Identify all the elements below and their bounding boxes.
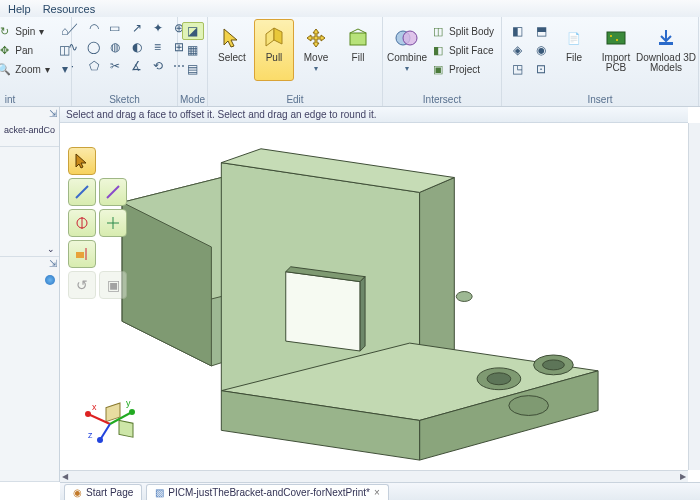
ribbon-group-edit: Select Pull Move Fill Edit: [208, 17, 383, 106]
tab-start-page[interactable]: ◉ Start Page: [64, 484, 142, 500]
select-button[interactable]: Select: [212, 19, 252, 81]
group-label-sketch: Sketch: [109, 92, 140, 106]
close-icon[interactable]: ×: [374, 487, 380, 498]
pull-button[interactable]: Pull: [254, 19, 294, 81]
split-face-icon: ◧: [431, 43, 445, 57]
vp-select-button[interactable]: [68, 147, 96, 175]
vp-upto-button[interactable]: [68, 240, 96, 268]
move-icon: [302, 24, 330, 52]
ins-d[interactable]: ⬒: [530, 22, 552, 40]
split-body-button[interactable]: ◫Split Body: [429, 22, 497, 40]
file-button[interactable]: 📄File: [554, 19, 594, 81]
ribbon-group-sketch: ／ ◠ ▭ ∿ ◯ ◍ · ⬠ ✂ ↗ ✦ ⊕ ◐ ≡ ⊞ ∡ ⟲ ⋯: [72, 17, 178, 106]
hint-bar: Select and drag a face to offset it. Sel…: [60, 107, 688, 123]
ribbon: ↻Spin ▾ ✥Pan 🔍Zoom ▾ ⌂ ◫ ▾ Orient int ／ …: [0, 17, 700, 107]
download-models-button[interactable]: Download 3D Models: [638, 19, 694, 81]
file-icon: 📄: [560, 24, 588, 52]
viewport-toolbox: ↺ ▣: [68, 147, 127, 299]
tree-item[interactable]: acket-andCo: [4, 125, 55, 135]
pan-button[interactable]: ✥Pan: [0, 41, 52, 59]
document-tab-bar: ◉ Start Page ▧ PICM-justTheBracket-andCo…: [60, 482, 700, 500]
svg-point-25: [509, 396, 549, 416]
vertical-scrollbar[interactable]: [688, 123, 700, 470]
svg-text:x: x: [92, 402, 97, 412]
split-face-button[interactable]: ◧Split Face: [429, 41, 497, 59]
ins-e[interactable]: ◉: [530, 41, 552, 59]
orientation-triad[interactable]: x y z: [80, 386, 140, 446]
svg-rect-3: [607, 32, 625, 44]
fill-button[interactable]: Fill: [338, 19, 378, 81]
sphere-icon[interactable]: [45, 275, 55, 285]
pin-icon-2[interactable]: ⇲: [49, 258, 57, 269]
ins-a[interactable]: ◧: [506, 22, 528, 40]
fill-icon: [344, 24, 372, 52]
mode-3d-button[interactable]: ◪: [182, 22, 204, 40]
svg-point-41: [129, 409, 135, 415]
project-button[interactable]: ▣Project: [429, 60, 497, 78]
zoom-button[interactable]: 🔍Zoom ▾: [0, 60, 52, 78]
import-pcb-button[interactable]: Import PCB: [596, 19, 636, 81]
svg-point-38: [85, 411, 91, 417]
mode-2d-button[interactable]: ▦: [182, 41, 204, 59]
horizontal-scrollbar[interactable]: ◀▶: [60, 470, 688, 482]
svg-line-28: [107, 186, 119, 198]
vp-face-button[interactable]: [99, 178, 127, 206]
svg-point-22: [487, 373, 511, 385]
group-label-insert: Insert: [587, 92, 612, 106]
svg-point-4: [610, 35, 612, 37]
combine-icon: [393, 24, 421, 52]
svg-point-26: [456, 292, 472, 302]
pcb-icon: [602, 24, 630, 52]
cursor-icon: [218, 24, 246, 52]
sk-a[interactable]: ↗: [126, 19, 148, 37]
pan-icon: ✥: [0, 43, 11, 57]
ribbon-group-intersect: Combine ◫Split Body ◧Split Face ▣Project…: [383, 17, 502, 106]
sk-g[interactable]: ∡: [126, 57, 148, 75]
sk-d[interactable]: ◐: [126, 38, 148, 56]
svg-text:z: z: [88, 430, 93, 440]
vp-axis-button[interactable]: [99, 209, 127, 237]
svg-marker-15: [286, 272, 360, 351]
tab-document[interactable]: ▧ PICM-justTheBracket-andCover-forNextPr…: [146, 484, 389, 500]
svg-rect-36: [119, 420, 133, 437]
menu-bar: Help Resources: [0, 0, 700, 17]
zoom-icon: 🔍: [0, 62, 11, 76]
svg-point-2: [403, 31, 417, 45]
polygon-tool[interactable]: ⬠: [83, 57, 105, 75]
group-label-edit: Edit: [286, 92, 303, 106]
rect-tool[interactable]: ▭: [104, 19, 126, 37]
mode-section-button[interactable]: ▤: [182, 60, 204, 78]
svg-text:y: y: [126, 398, 131, 408]
ins-b[interactable]: ◈: [506, 41, 528, 59]
spline-tool[interactable]: ∿: [62, 38, 84, 56]
arc-tool[interactable]: ◠: [83, 19, 105, 37]
project-icon: ▣: [431, 62, 445, 76]
menu-help[interactable]: Help: [8, 3, 31, 15]
vp-opt-a[interactable]: ↺: [68, 271, 96, 299]
point-tool[interactable]: ·: [62, 57, 84, 75]
line-tool[interactable]: ／: [62, 19, 84, 37]
chevron-down-icon[interactable]: ⌄: [47, 244, 55, 254]
ellipse-tool[interactable]: ◍: [104, 38, 126, 56]
spin-button[interactable]: ↻Spin ▾: [0, 22, 52, 40]
sk-b[interactable]: ✦: [147, 19, 169, 37]
combine-button[interactable]: Combine: [387, 19, 427, 81]
ins-c[interactable]: ◳: [506, 60, 528, 78]
menu-resources[interactable]: Resources: [43, 3, 96, 15]
pull-icon: [260, 24, 288, 52]
trim-tool[interactable]: ✂: [104, 57, 126, 75]
pin-icon[interactable]: ⇲: [49, 108, 57, 119]
circle-tool[interactable]: ◯: [83, 38, 105, 56]
vp-edge-button[interactable]: [68, 178, 96, 206]
canvas-3d[interactable]: ↺ ▣ x y z: [60, 123, 688, 470]
sk-h[interactable]: ⟲: [147, 57, 169, 75]
vp-opt-b[interactable]: ▣: [99, 271, 127, 299]
vp-pivot-button[interactable]: [68, 209, 96, 237]
ins-f[interactable]: ⊡: [530, 60, 552, 78]
sk-e[interactable]: ≡: [147, 38, 169, 56]
move-button[interactable]: Move: [296, 19, 336, 81]
ribbon-group-mode: ◪ ▦ ▤ Mode: [178, 17, 208, 106]
workspace: ⇲ acket-andCo ⌄ ⇲ Select and drag a face…: [0, 107, 700, 482]
doc-icon: ▧: [155, 487, 164, 498]
sketch-grid: ／ ◠ ▭ ∿ ◯ ◍ · ⬠ ✂: [62, 19, 124, 75]
